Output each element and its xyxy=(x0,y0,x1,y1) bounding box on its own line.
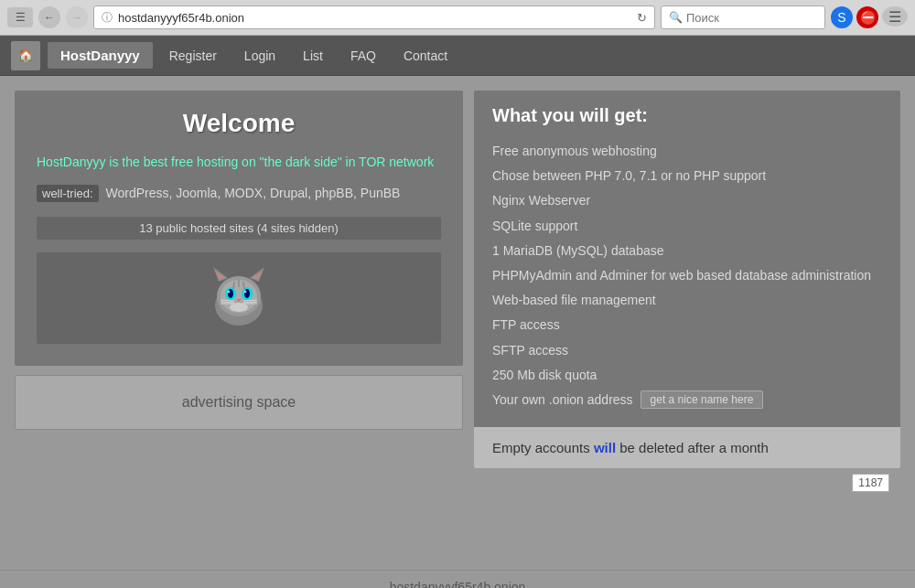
nav-faq[interactable]: FAQ xyxy=(338,41,389,70)
main-wrapper: Welcome HostDanyyy is the best free host… xyxy=(0,76,915,570)
list-item: SQLite support xyxy=(492,214,882,239)
footer-text: hostdanyyyf65r4b.onion xyxy=(390,580,526,588)
nav-contact[interactable]: Contact xyxy=(391,41,460,70)
list-item-onion: Your own .onion address get a nice name … xyxy=(492,388,882,412)
left-panel: Welcome HostDanyyy is the best free host… xyxy=(15,91,463,468)
cat-image xyxy=(202,262,275,335)
get-nice-name-button[interactable]: get a nice name here xyxy=(640,390,764,409)
refresh-icon[interactable]: ↻ xyxy=(637,11,647,25)
url-bar[interactable]: ⓘ hostdanyyyf65r4b.onion ↻ xyxy=(93,5,655,29)
list-item: Nginx Webserver xyxy=(492,188,882,213)
svg-point-9 xyxy=(228,289,233,298)
site-navigation: 🏠 HostDanyyy Register Login List FAQ Con… xyxy=(0,36,915,76)
list-item: Free anonymous webhosting xyxy=(492,139,882,164)
features-box: What you will get: Free anonymous webhos… xyxy=(474,91,900,427)
main-content: Welcome HostDanyyy is the best free host… xyxy=(15,91,900,468)
nav-login[interactable]: Login xyxy=(231,41,288,70)
nav-register[interactable]: Register xyxy=(156,41,230,70)
svg-point-11 xyxy=(228,291,231,294)
will-text: will xyxy=(594,440,616,455)
list-item: Web-based file management xyxy=(492,288,882,313)
svg-line-21 xyxy=(233,282,234,289)
onion-label: Your own .onion address xyxy=(492,389,633,412)
app-menu-button[interactable]: ☰ xyxy=(7,7,33,27)
features-list: Free anonymous webhosting Chose between … xyxy=(492,139,882,412)
empty-accounts-text: Empty accounts will be deleted after a m… xyxy=(492,440,769,455)
welcome-description: HostDanyyy is the best free hosting on "… xyxy=(37,153,441,172)
list-item: FTP access xyxy=(492,313,882,337)
search-bar[interactable]: 🔍 xyxy=(661,5,825,29)
list-item: SFTP access xyxy=(492,338,882,363)
nav-list[interactable]: List xyxy=(290,41,336,70)
list-item: PHPMyAdmin and Adminer for web based dat… xyxy=(492,263,882,288)
well-tried-text: WordPress, Joomla, MODX, Drupal, phpBB, … xyxy=(102,186,401,200)
svg-point-12 xyxy=(244,291,247,294)
url-text: hostdanyyyf65r4b.onion xyxy=(118,11,633,25)
features-title: What you will get: xyxy=(492,105,882,126)
skype-button[interactable]: S xyxy=(831,6,853,28)
welcome-box: Welcome HostDanyyy is the best free host… xyxy=(15,91,463,366)
advertising-text: advertising space xyxy=(182,394,296,411)
right-panel: What you will get: Free anonymous webhos… xyxy=(474,91,900,468)
list-item: 1 MariaDB (MySQL) database xyxy=(492,239,882,263)
search-icon: 🔍 xyxy=(669,11,683,24)
hamburger-menu[interactable]: ☰ xyxy=(882,6,908,27)
search-input[interactable] xyxy=(686,11,817,25)
info-icon: ⓘ xyxy=(102,10,113,26)
home-button[interactable]: 🏠 xyxy=(11,41,40,70)
empty-accounts-box: Empty accounts will be deleted after a m… xyxy=(474,427,900,468)
counter-badge: 1187 xyxy=(852,474,889,492)
welcome-title: Welcome xyxy=(37,109,441,138)
browser-action-buttons: S ⛔ ☰ xyxy=(831,6,908,28)
nav-links: Register Login List FAQ Contact xyxy=(156,41,460,70)
browser-chrome: ☰ ← → ⓘ hostdanyyyf65r4b.onion ↻ 🔍 S ⛔ ☰ xyxy=(0,0,915,36)
list-item: Chose between PHP 7.0, 7.1 or no PHP sup… xyxy=(492,164,882,188)
counter-row: 1187 xyxy=(15,468,900,497)
nav-brand[interactable]: HostDanyyy xyxy=(48,42,153,69)
sites-badge: 13 public hosted sites (4 sites hidden) xyxy=(37,217,441,240)
svg-line-23 xyxy=(243,282,244,289)
cat-image-box xyxy=(37,252,441,344)
svg-point-10 xyxy=(244,289,250,298)
svg-point-20 xyxy=(230,303,248,312)
well-tried-label: well-tried: xyxy=(37,185,99,202)
well-tried-section: well-tried: WordPress, Joomla, MODX, Dru… xyxy=(37,185,441,202)
site-footer: hostdanyyyf65r4b.onion xyxy=(0,570,915,588)
browser-toolbar: ☰ ← → ⓘ hostdanyyyf65r4b.onion ↻ 🔍 S ⛔ ☰ xyxy=(0,0,915,35)
forward-button[interactable]: → xyxy=(66,6,88,28)
list-item: 250 Mb disk quota xyxy=(492,363,882,388)
advertising-box: advertising space xyxy=(15,375,463,430)
stop-button[interactable]: ⛔ xyxy=(856,6,878,28)
back-button[interactable]: ← xyxy=(38,6,60,28)
